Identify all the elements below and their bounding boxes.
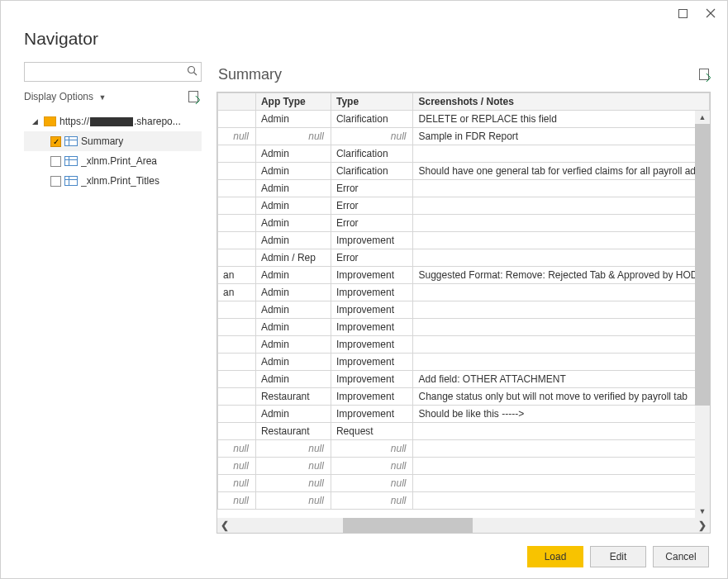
- vertical-scrollbar[interactable]: ▲ ▼: [695, 111, 710, 518]
- table-cell: Admin: [255, 371, 331, 388]
- table-cell: DELETE or REPLACE this field: [413, 111, 710, 128]
- column-header[interactable]: Type: [331, 93, 413, 111]
- checkbox[interactable]: [50, 176, 61, 187]
- table-cell: null: [255, 492, 331, 510]
- table-cell: Admin: [255, 180, 331, 197]
- table-cell: null: [331, 440, 413, 458]
- table-cell: Clarification: [331, 145, 413, 163]
- table-row[interactable]: AdminImprovementShould be like this ----…: [218, 406, 710, 423]
- table-row[interactable]: AdminImprovement: [218, 301, 710, 319]
- table-cell: [218, 111, 256, 128]
- table-cell: [218, 197, 256, 215]
- table-cell: Admin: [255, 319, 331, 336]
- table-cell: Admin: [255, 354, 331, 371]
- table-row[interactable]: AdminError: [218, 180, 710, 197]
- folder-icon: [44, 116, 56, 126]
- table-cell: [413, 249, 710, 267]
- checkbox[interactable]: [50, 156, 61, 167]
- table-cell: [413, 232, 710, 249]
- preview-refresh-button[interactable]: [697, 68, 711, 81]
- table-row[interactable]: anAdminImprovement: [218, 284, 710, 301]
- table-row[interactable]: nullnullnull: [218, 492, 710, 510]
- table-cell: [413, 215, 710, 232]
- table-cell: Suggested Format: Remove: Rejected Tab &…: [413, 267, 710, 284]
- table-cell: an: [218, 284, 256, 301]
- horizontal-scrollbar[interactable]: ❮ ❯: [217, 518, 710, 533]
- table-row[interactable]: nullnullnullSample in FDR Report: [218, 128, 710, 145]
- table-cell: null: [255, 128, 331, 145]
- table-cell: Admin: [255, 301, 331, 319]
- table-cell: Sample in FDR Report: [413, 128, 710, 145]
- table-row[interactable]: AdminClarificationShould have one genera…: [218, 163, 710, 180]
- table-cell: [218, 180, 256, 197]
- tree-item-summary[interactable]: ✓Summary: [24, 131, 202, 151]
- search-input[interactable]: [28, 64, 187, 80]
- page-refresh-icon: [699, 69, 709, 80]
- close-button[interactable]: [699, 4, 722, 22]
- table-cell: [413, 458, 710, 475]
- table-cell: null: [331, 475, 413, 492]
- column-header[interactable]: App Type: [255, 93, 331, 111]
- table-row[interactable]: anAdminImprovementSuggested Format: Remo…: [218, 267, 710, 284]
- table-cell: null: [331, 458, 413, 475]
- tree-root[interactable]: ◢https://.sharepo...: [24, 112, 202, 131]
- table-row[interactable]: Admin / RepError: [218, 249, 710, 267]
- checkbox[interactable]: ✓: [50, 136, 61, 147]
- footer: Load Edit Cancel: [1, 542, 727, 578]
- search-icon[interactable]: [187, 65, 197, 78]
- table-cell: [218, 371, 256, 388]
- table-row[interactable]: AdminImprovement: [218, 354, 710, 371]
- table-row[interactable]: RestaurantImprovementChange status only …: [218, 388, 710, 406]
- table-cell: Improvement: [331, 354, 413, 371]
- table-row[interactable]: AdminClarification: [218, 145, 710, 163]
- table-row[interactable]: AdminError: [218, 215, 710, 232]
- table-cell: [413, 284, 710, 301]
- table-row[interactable]: nullnullnull: [218, 475, 710, 492]
- table-row[interactable]: AdminImprovement: [218, 336, 710, 354]
- table-row[interactable]: nullnullnull: [218, 440, 710, 458]
- edit-button[interactable]: Edit: [590, 546, 646, 567]
- scroll-left-icon[interactable]: ❮: [217, 520, 232, 531]
- table-cell: Improvement: [331, 319, 413, 336]
- tree-item--xlnm-print-titles[interactable]: _xlnm.Print_Titles: [24, 171, 202, 191]
- table-row[interactable]: AdminImprovement: [218, 232, 710, 249]
- table-cell: null: [255, 440, 331, 458]
- scroll-up-icon[interactable]: ▲: [699, 111, 707, 124]
- table-cell: null: [255, 475, 331, 492]
- table-cell: [218, 336, 256, 354]
- refresh-button[interactable]: [187, 90, 200, 103]
- preview-title: Summary: [216, 66, 282, 83]
- data-grid: App TypeTypeScreenshots / Notes AdminCla…: [216, 92, 711, 534]
- tree-item-label: Summary: [81, 135, 123, 147]
- table-cell: Admin: [255, 215, 331, 232]
- table-cell: Error: [331, 249, 413, 267]
- tree-item--xlnm-print-area[interactable]: _xlnm.Print_Area: [24, 151, 202, 171]
- table-row[interactable]: AdminClarificationDELETE or REPLACE this…: [218, 111, 710, 128]
- table-cell: [218, 215, 256, 232]
- maximize-button[interactable]: [671, 4, 694, 22]
- load-button[interactable]: Load: [527, 546, 583, 567]
- table-cell: null: [331, 128, 413, 145]
- column-header[interactable]: [218, 93, 256, 111]
- table-cell: null: [218, 440, 256, 458]
- caret-down-icon[interactable]: ◢: [32, 117, 40, 126]
- table-cell: Improvement: [331, 267, 413, 284]
- table-row[interactable]: AdminImprovement: [218, 319, 710, 336]
- table-row[interactable]: RestaurantRequest: [218, 423, 710, 440]
- tree-item-label: _xlnm.Print_Area: [81, 155, 157, 167]
- column-header[interactable]: Screenshots / Notes: [413, 93, 710, 111]
- table-row[interactable]: nullnullnull: [218, 458, 710, 475]
- table-row[interactable]: AdminError: [218, 197, 710, 215]
- table-cell: null: [218, 475, 256, 492]
- search-input-wrapper[interactable]: [24, 62, 202, 82]
- table-cell: [218, 406, 256, 423]
- scroll-right-icon[interactable]: ❯: [695, 520, 710, 531]
- table-cell: [413, 492, 710, 510]
- table-cell: null: [218, 492, 256, 510]
- table-row[interactable]: AdminImprovementAdd field: OTHER ATTACHM…: [218, 371, 710, 388]
- display-options-dropdown[interactable]: Display Options ▼: [24, 91, 106, 102]
- table-cell: Improvement: [331, 336, 413, 354]
- scroll-down-icon[interactable]: ▼: [699, 505, 707, 518]
- cancel-button[interactable]: Cancel: [653, 546, 709, 567]
- table-cell: Restaurant: [255, 388, 331, 406]
